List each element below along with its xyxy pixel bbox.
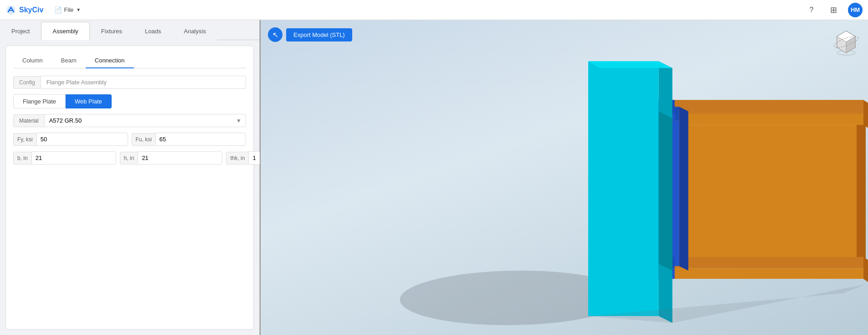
h-group: h, in — [120, 151, 223, 165]
grid-button[interactable]: ⊞ — [826, 3, 841, 17]
content-area: Column Beam Connection Config Flange Pla… — [5, 46, 254, 330]
plate-btn-group: Flange Plate Web Plate — [13, 94, 246, 108]
material-label: Material — [13, 114, 44, 127]
b-label: b, in — [13, 152, 31, 165]
file-chevron-icon: ▼ — [76, 7, 81, 12]
svg-marker-16 — [863, 257, 868, 285]
web-plate-button[interactable]: Web Plate — [66, 94, 112, 108]
left-panel: Project Assembly Fixtures Loads Analysis… — [0, 20, 260, 335]
logo-text: SkyCiv — [19, 6, 43, 14]
fu-input[interactable] — [155, 133, 246, 146]
fu-group: Fu, ksi — [132, 133, 247, 146]
fy-label: Fy, ksi — [13, 133, 36, 146]
config-value: Flange Plate Assembly — [41, 76, 246, 89]
tab-analysis[interactable]: Analysis — [172, 22, 217, 40]
help-button[interactable]: ? — [804, 3, 819, 17]
viewport[interactable]: ↖ Export Model (STL) — [261, 20, 868, 335]
config-label: Config — [13, 76, 41, 89]
material-select[interactable]: A36 A572 GR.50 A992 A500 Gr.B — [44, 114, 246, 127]
sub-tab-connection[interactable]: Connection — [86, 53, 134, 68]
svg-marker-15 — [647, 268, 863, 279]
cursor-icon: ↖ — [272, 31, 278, 39]
material-row: Material A36 A572 GR.50 A992 A500 Gr.B ▼ — [13, 114, 246, 127]
tab-assembly[interactable]: Assembly — [41, 22, 89, 40]
fy-fu-row: Fy, ksi Fu, ksi — [13, 133, 246, 146]
b-input[interactable] — [31, 151, 116, 165]
dimensions-row: b, in h, in thk, in — [13, 151, 246, 165]
logo[interactable]: SkyCiv — [5, 5, 43, 15]
fy-group: Fy, ksi — [13, 133, 128, 146]
topbar: SkyCiv 📄 File ▼ ? ⊞ HM — [0, 0, 868, 20]
fu-label: Fu, ksi — [132, 133, 155, 146]
avatar[interactable]: HM — [848, 3, 863, 17]
avatar-initials: HM — [851, 6, 860, 13]
fy-input[interactable] — [36, 133, 128, 146]
main-layout: Project Assembly Fixtures Loads Analysis… — [0, 20, 868, 335]
tab-project[interactable]: Project — [0, 22, 41, 40]
b-group: b, in — [13, 151, 116, 165]
orientation-cube[interactable] — [832, 27, 861, 57]
topbar-right: ? ⊞ HM — [804, 3, 863, 17]
file-label: File — [64, 6, 73, 13]
material-select-wrapper: A36 A572 GR.50 A992 A500 Gr.B ▼ — [44, 114, 246, 127]
help-icon: ? — [810, 6, 814, 14]
h-input[interactable] — [138, 151, 222, 165]
cursor-button[interactable]: ↖ — [268, 27, 282, 42]
h-label: h, in — [120, 152, 138, 165]
grid-icon: ⊞ — [830, 5, 837, 15]
config-row: Config Flange Plate Assembly — [13, 76, 246, 89]
file-menu[interactable]: 📄 File ▼ — [51, 5, 84, 15]
svg-marker-26 — [588, 61, 673, 68]
thk-label: thk, in — [226, 152, 248, 165]
svg-marker-10 — [857, 109, 866, 268]
view-toolbar: ↖ Export Model (STL) — [268, 27, 352, 42]
sub-tab-beam[interactable]: Beam — [52, 53, 86, 68]
scene-3d — [261, 20, 868, 335]
tab-bar: Project Assembly Fixtures Loads Analysis — [0, 20, 259, 40]
svg-marker-19 — [679, 107, 688, 270]
tab-loads[interactable]: Loads — [134, 22, 172, 40]
svg-marker-24 — [588, 61, 659, 316]
tab-fixtures[interactable]: Fixtures — [90, 22, 134, 40]
export-model-button[interactable]: Export Model (STL) — [286, 28, 352, 41]
flange-plate-button[interactable]: Flange Plate — [13, 94, 66, 108]
svg-marker-27 — [659, 111, 673, 270]
sub-tab-column[interactable]: Column — [13, 53, 52, 68]
sub-tab-bar: Column Beam Connection — [13, 53, 246, 68]
